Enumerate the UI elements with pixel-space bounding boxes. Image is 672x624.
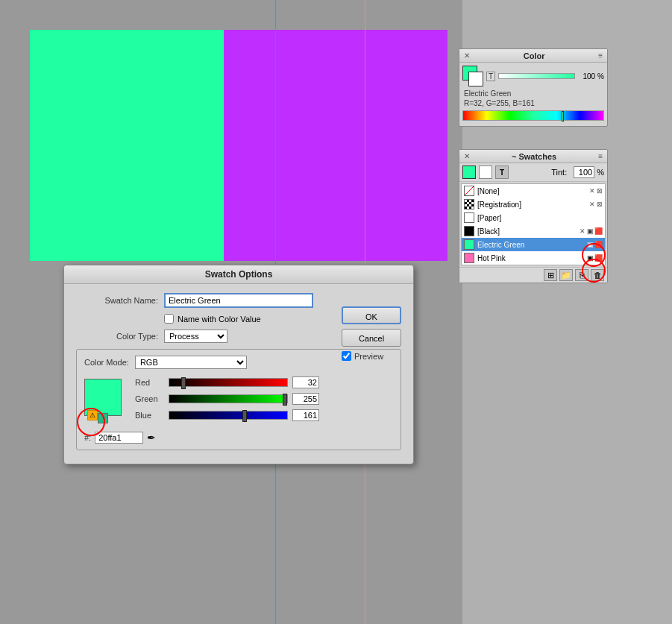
name-with-color-checkbox[interactable] xyxy=(164,314,174,324)
green-slider-track[interactable] xyxy=(169,394,288,403)
swatch-electric-green-icons: ▣ 🟥 xyxy=(587,241,603,248)
swatch-hot-pink[interactable]: Hot Pink ▣ 🟥 xyxy=(462,251,605,265)
canvas-content xyxy=(30,30,448,261)
swatch-options-dialog: Swatch Options Swatch Name: Name with Co… xyxy=(63,265,414,464)
swatches-footer: ⊞ 📁 ⎘ 🗑 xyxy=(459,267,607,283)
swatch-preview-warning-icon: ⚠ xyxy=(87,410,98,420)
new-color-group-btn[interactable]: ⊞ xyxy=(544,269,557,281)
tint-control: Tint: % xyxy=(551,166,604,178)
tint-input[interactable] xyxy=(574,166,594,178)
duplicate-swatch-btn[interactable]: ⎘ xyxy=(575,269,588,281)
stroke-icon-btn[interactable] xyxy=(479,166,492,179)
swatch-paper-color xyxy=(464,212,474,223)
blue-slider-track[interactable] xyxy=(169,411,288,420)
swatch-name-row: Swatch Name: xyxy=(76,293,401,308)
swatch-electric-green[interactable]: Electric Green ▣ 🟥 xyxy=(462,238,605,251)
swatches-panel-close-icon[interactable]: ✕ xyxy=(464,152,470,160)
tint-control-percent: % xyxy=(597,168,604,177)
canvas-purple-shape xyxy=(224,30,448,261)
swatch-black[interactable]: [Black] ✕ ▣ 🟥 xyxy=(462,224,605,238)
color-panel-menu-icon[interactable]: ≡ xyxy=(598,51,603,60)
swatch-preview-alt-color xyxy=(98,413,108,423)
green-label: Green xyxy=(135,394,169,403)
color-gradient-bar[interactable] xyxy=(462,110,604,121)
swatch-name-input[interactable] xyxy=(164,293,313,308)
swatch-paper-label: [Paper] xyxy=(477,214,603,222)
swatch-registration-color xyxy=(464,199,474,209)
swatch-registration[interactable]: [Registration] ✕ ⊠ xyxy=(462,198,605,211)
swatch-electric-green-icon1: ▣ xyxy=(587,241,594,248)
swatch-black-x-icon: ✕ xyxy=(580,227,585,235)
tint-value: 100 xyxy=(577,72,595,81)
swatch-registration-label: [Registration] xyxy=(477,201,589,209)
swatch-none[interactable]: [None] ✕ ⊠ xyxy=(462,184,605,198)
color-name-display: Electric Green xyxy=(462,89,604,98)
color-type-label: Color Type: xyxy=(76,332,158,341)
swatch-none-extra-icon: ⊠ xyxy=(597,187,603,195)
color-values-display: R=32, G=255, B=161 xyxy=(462,98,604,108)
swatches-panel-header: ✕ ~ Swatches ≡ xyxy=(459,150,607,163)
color-panel-close-icon[interactable]: ✕ xyxy=(464,51,470,60)
red-label: Red xyxy=(135,378,169,387)
tint-slider-row: 100 % xyxy=(498,72,604,81)
fill-icon-btn[interactable] xyxy=(462,166,476,179)
swatch-hot-pink-icon1: ▣ xyxy=(587,254,594,262)
ok-button[interactable]: OK xyxy=(342,306,401,324)
swatch-preview-area: ⚠ Red Green xyxy=(84,376,393,426)
canvas-green-shape xyxy=(30,30,224,261)
stroke-color-box[interactable] xyxy=(468,72,483,86)
swatches-panel-title: ~ Swatches xyxy=(512,152,556,161)
cancel-button[interactable]: Cancel xyxy=(342,329,401,347)
swatch-hot-pink-icon2: 🟥 xyxy=(594,254,603,262)
new-swatch-btn[interactable]: 📁 xyxy=(559,269,573,281)
red-slider-thumb xyxy=(181,377,186,389)
swatch-hot-pink-label: Hot Pink xyxy=(477,254,587,262)
blue-slider-thumb xyxy=(242,410,247,422)
red-value-input[interactable] xyxy=(292,376,319,388)
name-with-color-label: Name with Color Value xyxy=(178,315,261,324)
text-swatch-icon[interactable]: T xyxy=(495,166,509,179)
swatch-hot-pink-icons: ▣ 🟥 xyxy=(587,254,603,262)
color-gradient-pointer xyxy=(562,111,564,122)
swatches-toolbar: T Tint: % xyxy=(459,163,607,182)
tint-slider[interactable] xyxy=(498,73,575,79)
blue-value-input[interactable] xyxy=(292,409,319,421)
swatch-name-label: Swatch Name: xyxy=(76,296,158,305)
green-slider-row: Green xyxy=(135,393,393,405)
swatches-list: [None] ✕ ⊠ [Registration] ✕ ⊠ [Paper] [B… xyxy=(461,183,606,265)
fill-stroke-indicator[interactable] xyxy=(462,66,483,86)
tint-control-label: Tint: xyxy=(551,168,567,177)
preview-checkbox[interactable] xyxy=(342,351,351,361)
color-type-select[interactable]: Process Spot xyxy=(164,330,227,343)
swatch-electric-green-color xyxy=(464,239,474,250)
color-mode-group: Color Mode: RGB CMYK LAB ⚠ Red xyxy=(76,349,401,450)
hex-row: #: ✒ xyxy=(84,432,393,444)
swatch-none-x-icon: ✕ xyxy=(589,187,595,195)
dialog-body: Swatch Name: Name with Color Value Color… xyxy=(64,284,413,464)
red-slider-track[interactable] xyxy=(169,378,288,387)
swatches-panel-menu-icon[interactable]: ≡ xyxy=(598,152,603,160)
swatch-black-color-icon: ▣ xyxy=(587,227,594,235)
color-panel-header: ✕ Color ≡ xyxy=(459,49,607,63)
text-fill-icon[interactable]: T xyxy=(486,72,495,81)
delete-swatch-btn[interactable]: 🗑 xyxy=(591,269,604,281)
blue-label: Blue xyxy=(135,411,169,420)
swatch-registration-extra-icon: ⊠ xyxy=(597,201,603,208)
color-panel-body: T 100 % Electric Green R=32, G=255, B=16… xyxy=(459,63,607,126)
color-mode-select[interactable]: RGB CMYK LAB xyxy=(135,356,247,369)
preview-row: Preview xyxy=(342,351,401,361)
swatch-black-color xyxy=(464,226,474,236)
swatch-paper[interactable]: [Paper] xyxy=(462,211,605,224)
swatch-electric-green-icon2: 🟥 xyxy=(594,241,603,248)
swatch-none-label: [None] xyxy=(477,187,589,195)
eyedropper-icon[interactable]: ✒ xyxy=(147,432,156,444)
blue-slider-row: Blue xyxy=(135,409,393,421)
swatch-black-cmyk-icon: 🟥 xyxy=(594,227,603,235)
sliders-container: Red Green xyxy=(135,376,393,426)
green-slider-thumb xyxy=(283,394,287,406)
color-panel-title: Color xyxy=(524,51,545,60)
swatch-registration-x-icon: ✕ xyxy=(589,201,595,208)
swatch-none-color xyxy=(464,186,474,196)
green-value-input[interactable] xyxy=(292,393,319,405)
hex-input[interactable] xyxy=(95,432,143,444)
